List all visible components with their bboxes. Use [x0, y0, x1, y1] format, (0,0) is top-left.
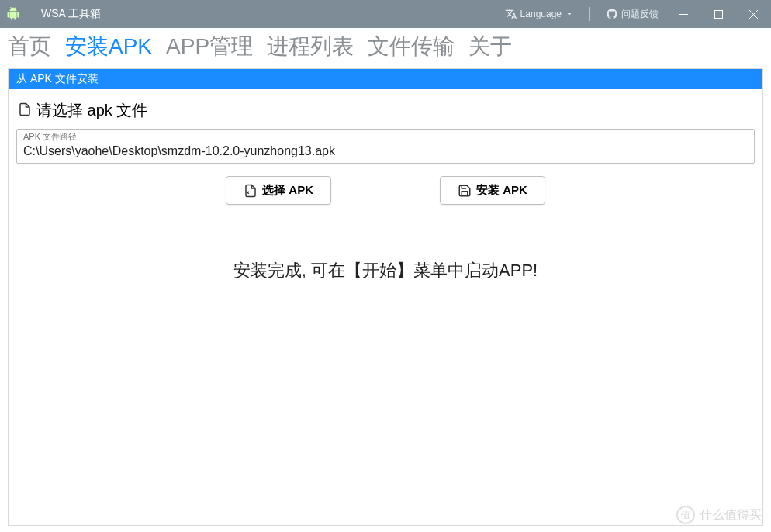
- install-apk-button[interactable]: 安装 APK: [440, 176, 545, 205]
- watermark: 值 什么值得买: [676, 506, 762, 524]
- tab-about[interactable]: 关于: [468, 33, 512, 60]
- tab-app-manage[interactable]: APP管理: [166, 33, 253, 60]
- language-label: Language: [520, 9, 562, 19]
- field-label: APK 文件路径: [23, 131, 748, 143]
- install-apk-label: 安装 APK: [476, 183, 527, 198]
- choose-apk-label: 选择 APK: [262, 183, 313, 198]
- apk-path-field[interactable]: APK 文件路径: [16, 129, 755, 164]
- titlebar-divider: [589, 7, 590, 21]
- tab-file-transfer[interactable]: 文件传输: [368, 33, 455, 60]
- save-icon: [458, 184, 472, 198]
- panel-body: 请选择 apk 文件 APK 文件路径 选择 APK 安装 APK 安装完成, …: [9, 89, 762, 296]
- translate-icon: [505, 8, 517, 20]
- choose-apk-button[interactable]: 选择 APK: [226, 176, 331, 205]
- tab-install-apk[interactable]: 安装APK: [65, 33, 152, 60]
- titlebar: WSA 工具箱 Language 问题反馈: [0, 0, 771, 28]
- main-tabs: 首页 安装APK APP管理 进程列表 文件传输 关于: [0, 28, 771, 64]
- folder-open-icon: [244, 184, 258, 198]
- watermark-badge: 值: [676, 506, 695, 524]
- maximize-button[interactable]: [701, 0, 736, 28]
- app-title: WSA 工具箱: [41, 7, 101, 21]
- file-icon: [18, 102, 32, 119]
- close-button[interactable]: [736, 0, 771, 28]
- feedback-link[interactable]: 问题反馈: [598, 0, 666, 28]
- status-message: 安装完成, 可在【开始】菜单中启动APP!: [16, 259, 755, 282]
- watermark-text: 什么值得买: [700, 507, 762, 523]
- button-row: 选择 APK 安装 APK: [16, 176, 755, 205]
- apk-path-input[interactable]: [23, 144, 748, 158]
- github-icon: [606, 8, 618, 20]
- panel-header: 从 APK 文件安装: [9, 69, 762, 89]
- feedback-label: 问题反馈: [621, 8, 659, 21]
- android-icon: [6, 7, 20, 21]
- minimize-button[interactable]: [666, 0, 701, 28]
- select-prompt: 请选择 apk 文件: [36, 100, 147, 121]
- tab-home[interactable]: 首页: [8, 33, 51, 60]
- tab-process-list[interactable]: 进程列表: [267, 33, 354, 60]
- chevron-down-icon: [565, 9, 574, 19]
- language-selector[interactable]: Language: [497, 0, 582, 28]
- select-prompt-row: 请选择 apk 文件: [16, 100, 755, 121]
- titlebar-divider: [33, 7, 33, 21]
- svg-rect-1: [715, 10, 723, 18]
- install-panel: 从 APK 文件安装 请选择 apk 文件 APK 文件路径 选择 APK 安装…: [8, 68, 763, 526]
- svg-rect-0: [679, 14, 688, 15]
